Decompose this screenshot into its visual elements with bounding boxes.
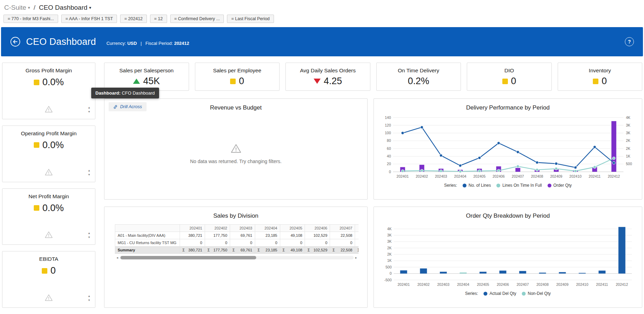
- value-stepper[interactable]: ▲▼: [88, 232, 91, 239]
- table-col-header[interactable]: [115, 225, 180, 232]
- kpi-title: EBIDTA: [2, 251, 95, 262]
- kpi-value: 4.25: [324, 76, 342, 87]
- help-button[interactable]: ?: [625, 37, 634, 46]
- drill-across-label: Drill Across: [120, 104, 142, 109]
- table-cell: 69,761: [230, 232, 255, 239]
- breadcrumb-root-label: C-Suite: [4, 4, 26, 11]
- filter-chip[interactable]: = 12: [150, 15, 167, 23]
- kpi-card-dio[interactable]: DIO 0: [467, 63, 552, 91]
- status-square-icon: [502, 79, 508, 84]
- table-col-header[interactable]: 202406: [305, 225, 330, 232]
- svg-text:202409: 202409: [556, 282, 568, 287]
- table-cell: 177,750: [205, 232, 230, 239]
- kpi-card-avg-daily-sales-orders[interactable]: Avg Daily Sales Orders 4.25: [285, 63, 370, 91]
- summary-row[interactable]: SummaryΣ380,721Σ177,750Σ69,761Σ23,185Σ49…: [115, 247, 359, 254]
- delivery-performance-chart[interactable]: 0204060801001201405001K2K2K3K3K4K2024012…: [374, 115, 642, 181]
- table-cell: 22,508: [330, 232, 355, 239]
- step-up-icon[interactable]: ▲: [88, 232, 91, 235]
- fiscal-period-label: Fiscal Period:: [146, 41, 173, 46]
- scroll-right-icon[interactable]: ►: [354, 256, 359, 259]
- legend-dot-icon: [463, 184, 466, 187]
- svg-text:500: 500: [626, 162, 632, 166]
- table-col-header[interactable]: 202401: [180, 225, 205, 232]
- svg-text:202410: 202410: [570, 174, 582, 178]
- kpi-card-operating-profit-margin[interactable]: Operating Profit Margin 0.0% ▲▼: [2, 126, 95, 182]
- main-column: Sales per Salesperson 45KSales per Emplo…: [104, 63, 642, 308]
- svg-text:3K: 3K: [626, 131, 630, 135]
- legend-item-non-del-qty[interactable]: Non-Del Qty: [522, 291, 551, 296]
- status-square-icon: [230, 79, 236, 84]
- filter-chip[interactable]: = Confirmed Delivery ...: [170, 15, 224, 23]
- filter-bar: = 770 - Infor M3 Fashi...= AAA - Infor F…: [0, 13, 644, 24]
- step-up-icon[interactable]: ▲: [88, 169, 91, 172]
- table-col-header[interactable]: 202407: [330, 225, 355, 232]
- kpi-title: On Time Delivery: [377, 63, 461, 74]
- svg-text:120: 120: [385, 123, 391, 127]
- svg-text:202402: 202402: [417, 282, 430, 287]
- sigma-icon: Σ: [358, 248, 359, 252]
- svg-text:2K: 2K: [387, 246, 392, 250]
- kpi-card-sales-per-employee[interactable]: Sales per Employee 0: [195, 63, 280, 91]
- step-up-icon[interactable]: ▲: [88, 295, 91, 298]
- sales-division-table[interactable]: 2024012024022024032024042024052024062024…: [115, 224, 359, 254]
- sigma-icon: Σ: [182, 248, 185, 252]
- scroll-left-icon[interactable]: ◄: [115, 256, 120, 259]
- table-row[interactable]: MG1 - CU Returns facility TST MG0000000: [115, 239, 359, 247]
- step-down-icon[interactable]: ▼: [88, 174, 91, 176]
- table-col-header[interactable]: 202402: [205, 225, 230, 232]
- table-cell: 0: [330, 239, 355, 247]
- legend-item-lines-on-time-in-full[interactable]: Lines On Time In Full: [496, 183, 542, 188]
- warning-icon: [45, 105, 53, 113]
- kpi-title: Sales per Employee: [195, 63, 280, 74]
- table-row[interactable]: A01 - Main facility(DIV AAA)380,721177,7…: [115, 232, 359, 239]
- kpi-card-ebidta[interactable]: EBIDTA 0 ▲▼: [2, 251, 95, 308]
- step-up-icon[interactable]: ▲: [88, 106, 91, 109]
- meta-separator: |: [141, 41, 142, 46]
- svg-text:40: 40: [387, 154, 391, 158]
- svg-text:202406: 202406: [493, 174, 505, 178]
- kpi-card-sales-per-salesperson[interactable]: Sales per Salesperson 45K: [104, 63, 189, 91]
- drill-across-button[interactable]: Drill Across: [109, 102, 147, 111]
- table-cell: 0: [255, 239, 280, 247]
- legend-item-order-qty[interactable]: Order Qty: [548, 183, 572, 188]
- legend-label: Series:: [444, 183, 457, 188]
- table-col-header[interactable]: 202403: [230, 225, 255, 232]
- table-col-header[interactable]: 202405: [280, 225, 305, 232]
- tooltip-cfo-dashboard: Dashboard: CFO Dashboard: [91, 88, 159, 98]
- breadcrumb-current[interactable]: CEO Dashboard ▾: [39, 4, 91, 11]
- svg-text:202404: 202404: [454, 174, 466, 178]
- legend-item-actual-del-qty[interactable]: Actual Del Qty: [484, 291, 516, 296]
- filter-chip[interactable]: = AAA - Infor FSH 1 TST: [61, 15, 117, 23]
- scrollbar-thumb[interactable]: [120, 256, 256, 259]
- legend-dot-icon: [522, 292, 526, 296]
- table-col-header[interactable]: 202408: [355, 225, 359, 232]
- table-cell: 0: [180, 239, 205, 247]
- value-stepper[interactable]: ▲▼: [88, 169, 91, 176]
- order-qty-chart[interactable]: -50005001K2K2K3K3K4K20240120240220240320…: [374, 223, 642, 289]
- svg-text:140: 140: [385, 115, 391, 120]
- table-col-header[interactable]: 202404: [255, 225, 280, 232]
- step-down-icon[interactable]: ▼: [88, 236, 91, 239]
- filter-chip[interactable]: = 770 - Infor M3 Fashi...: [3, 15, 58, 23]
- legend-item-no-of-lines[interactable]: No. of Lines: [463, 183, 491, 188]
- kpi-card-net-profit-margin[interactable]: Net Profit Margin 0.0% ▲▼: [2, 188, 95, 245]
- svg-text:202408: 202408: [536, 282, 549, 287]
- breadcrumb-separator: /: [33, 4, 35, 11]
- kpi-card-inventory[interactable]: Inventory 0: [558, 63, 643, 91]
- breadcrumb-current-label: CEO Dashboard: [39, 4, 87, 11]
- table-scrollbar[interactable]: ◄ ►: [115, 256, 359, 260]
- scrollbar-track[interactable]: [120, 256, 354, 259]
- kpi-card-gross-profit-margin[interactable]: Gross Profit Margin 0.0% ▲▼: [2, 63, 95, 119]
- no-data-message: No data was returned. Try changing filte…: [104, 143, 367, 164]
- kpi-card-on-time-delivery[interactable]: On Time Delivery 0.2%: [376, 63, 461, 91]
- back-button[interactable]: [10, 37, 21, 47]
- filter-chip[interactable]: = Last Fiscal Period: [227, 15, 274, 23]
- table-cell: 0: [305, 239, 330, 247]
- step-down-icon[interactable]: ▼: [88, 111, 91, 113]
- value-stepper[interactable]: ▲▼: [88, 295, 91, 302]
- breadcrumb-root[interactable]: C-Suite ▾: [4, 4, 30, 11]
- step-down-icon[interactable]: ▼: [88, 299, 91, 302]
- value-stepper[interactable]: ▲▼: [88, 106, 91, 113]
- filter-chip[interactable]: = 202412: [120, 15, 147, 23]
- svg-text:202404: 202404: [457, 282, 469, 287]
